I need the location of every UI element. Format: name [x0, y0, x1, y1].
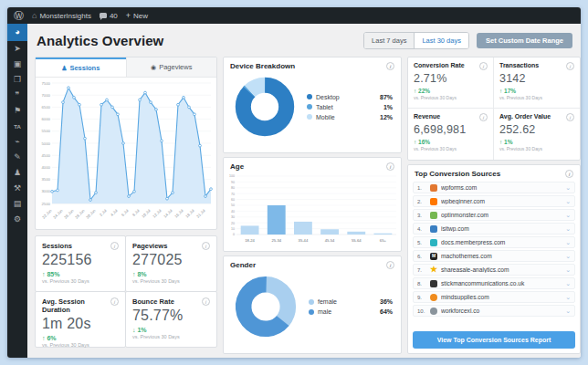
- favicon-icon: [430, 212, 437, 219]
- home-icon: ⌂: [32, 11, 37, 20]
- source-row[interactable]: 6.Mmachothemes.com⌄: [413, 250, 575, 262]
- info-icon[interactable]: i: [566, 113, 574, 121]
- legend-value: 36%: [380, 298, 393, 305]
- info-icon[interactable]: i: [110, 242, 119, 250]
- stat-compare: vs. Previous 30 Days: [42, 342, 119, 348]
- site-menu[interactable]: ⌂ MonsterInsights: [32, 11, 91, 20]
- sessions-area-chart: 2500300035004000450050005500600065007000…: [36, 78, 216, 227]
- chart-tabs: ♟ Sessions ◉ Pageviews: [36, 57, 216, 78]
- sources-list: 1.wpforms.com⌄2.wpbeginner.com⌄3.optinmo…: [408, 181, 580, 328]
- set-custom-date-range-button[interactable]: Set Custom Date Range: [477, 33, 572, 48]
- info-icon[interactable]: i: [479, 113, 488, 121]
- chevron-down-icon[interactable]: ⌄: [565, 186, 571, 190]
- chevron-down-icon[interactable]: ⌄: [565, 200, 571, 203]
- tab-sessions[interactable]: ♟ Sessions: [36, 57, 126, 77]
- sidebar-item-media[interactable]: ▣: [7, 57, 27, 72]
- chevron-down-icon[interactable]: ⌄: [565, 255, 571, 258]
- favicon-icon: [430, 294, 437, 301]
- sidebar-item-users[interactable]: ♟: [7, 165, 27, 181]
- sidebar-item-comments[interactable]: ❞: [7, 88, 27, 103]
- sidebar-item-posts[interactable]: ➤: [7, 41, 27, 57]
- chevron-down-icon[interactable]: ⌄: [565, 227, 571, 231]
- info-icon[interactable]: i: [386, 162, 394, 171]
- age-panel: Agei 010203040506070809010018-2425-3435-…: [223, 157, 402, 252]
- info-icon[interactable]: i: [565, 170, 573, 178]
- sidebar-item-plugins[interactable]: ⌁: [7, 134, 27, 150]
- admin-new-menu[interactable]: + New: [126, 11, 148, 20]
- info-icon[interactable]: i: [202, 297, 210, 306]
- sidebar-item-posts-icon: ➤: [14, 45, 21, 53]
- source-row[interactable]: 4.isitwp.com⌄: [413, 223, 575, 235]
- date-range-toggle: Last 7 days Last 30 days: [363, 32, 469, 49]
- site-name: MonsterInsights: [39, 12, 90, 20]
- sidebar-item-ta[interactable]: TA: [7, 119, 27, 134]
- tab-pageviews[interactable]: ◉ Pageviews: [126, 57, 217, 77]
- legend-item: Mobile12%: [307, 114, 393, 120]
- gender-legend: female36%male64%: [309, 298, 393, 315]
- info-icon[interactable]: i: [566, 62, 574, 70]
- svg-text:21 Jul: 21 Jul: [195, 208, 205, 218]
- stat-value: 6,698,981: [414, 123, 488, 136]
- source-rank: 7.: [417, 267, 426, 273]
- svg-text:35-44: 35-44: [299, 238, 309, 243]
- svg-text:90: 90: [231, 181, 235, 184]
- svg-text:4 Jul: 4 Jul: [110, 208, 119, 217]
- sidebar-item-pages[interactable]: ❐: [7, 72, 27, 88]
- source-row[interactable]: 2.wpbeginner.com⌄: [413, 195, 575, 207]
- chevron-down-icon[interactable]: ⌄: [565, 268, 571, 272]
- last-30-days-button[interactable]: Last 30 days: [414, 33, 468, 48]
- stat-change: ↑ 8%: [132, 271, 210, 277]
- sidebar-item-forms[interactable]: ⚑: [7, 103, 27, 119]
- chevron-down-icon[interactable]: ⌄: [565, 282, 571, 286]
- info-icon[interactable]: i: [110, 297, 119, 306]
- svg-text:18-24: 18-24: [245, 238, 255, 243]
- legend-value: 1%: [383, 104, 393, 110]
- source-row[interactable]: 1.wpforms.com⌄: [413, 182, 575, 193]
- admin-comments[interactable]: 40: [100, 12, 118, 20]
- svg-text:12 Jul: 12 Jul: [152, 208, 162, 218]
- chevron-down-icon[interactable]: ⌄: [565, 214, 571, 217]
- info-icon[interactable]: i: [386, 261, 394, 269]
- svg-text:26 Jun: 26 Jun: [63, 208, 75, 220]
- age-bar-chart: 010203040506070809010018-2425-3435-4445-…: [224, 173, 401, 245]
- sidebar-item-settings[interactable]: ▤: [7, 196, 27, 212]
- info-icon[interactable]: i: [386, 62, 394, 70]
- source-row[interactable]: 5.docs.memberpress.com⌄: [413, 236, 575, 248]
- source-row[interactable]: 9.mindsupplies.com⌄: [413, 291, 575, 303]
- transactions-stat-tile: Transactionsi 3142 ↑ 17% vs. Previous 30…: [494, 57, 580, 109]
- source-row[interactable]: 8.stickmancommunications.co.uk⌄: [413, 277, 575, 289]
- stat-compare: vs. Previous 30 Days: [499, 146, 574, 151]
- source-row[interactable]: 3.optinmonster.com⌄: [413, 209, 575, 221]
- wordpress-logo-icon[interactable]: Ⓦ: [14, 11, 24, 21]
- stat-label: Sessions: [42, 242, 72, 250]
- favicon-icon: [430, 280, 437, 287]
- svg-text:50: 50: [231, 203, 235, 207]
- info-icon[interactable]: i: [202, 242, 210, 250]
- sidebar-item-appearance[interactable]: ✎: [7, 150, 27, 165]
- stat-value: 277025: [132, 252, 210, 268]
- stat-change: ↑ 22%: [414, 88, 488, 94]
- stat-value: 75.77%: [132, 308, 210, 324]
- svg-text:80: 80: [231, 186, 235, 190]
- panel-title: Gender: [230, 261, 256, 269]
- stat-compare: vs. Previous 30 Days: [132, 334, 210, 339]
- svg-text:7500: 7500: [41, 81, 50, 86]
- svg-text:10 Jul: 10 Jul: [141, 208, 151, 218]
- chevron-down-icon[interactable]: ⌄: [565, 296, 571, 299]
- source-row[interactable]: 7.★shareasale-analytics.com⌄: [413, 264, 575, 276]
- sidebar-item-dashboard[interactable]: ◕: [7, 24, 27, 41]
- info-icon[interactable]: i: [479, 62, 488, 70]
- chevron-down-icon[interactable]: ⌄: [565, 309, 571, 313]
- view-top-conversion-sources-report-button[interactable]: View Top Conversion Sources Report: [413, 331, 575, 349]
- sidebar-item-collapse[interactable]: ⚙: [7, 212, 27, 227]
- source-row[interactable]: 10.workforcexl.co⌄: [413, 305, 575, 317]
- stat-compare: vs. Previous 30 Days: [132, 278, 210, 284]
- stat-label: Transactions: [499, 62, 539, 68]
- legend-dot-icon: [309, 299, 314, 305]
- source-rank: 4.: [417, 226, 426, 232]
- svg-text:55-64: 55-64: [352, 238, 362, 243]
- legend-item: female36%: [309, 298, 393, 305]
- last-7-days-button[interactable]: Last 7 days: [364, 33, 414, 48]
- chevron-down-icon[interactable]: ⌄: [565, 241, 571, 245]
- sidebar-item-tools[interactable]: ⚒: [7, 181, 27, 196]
